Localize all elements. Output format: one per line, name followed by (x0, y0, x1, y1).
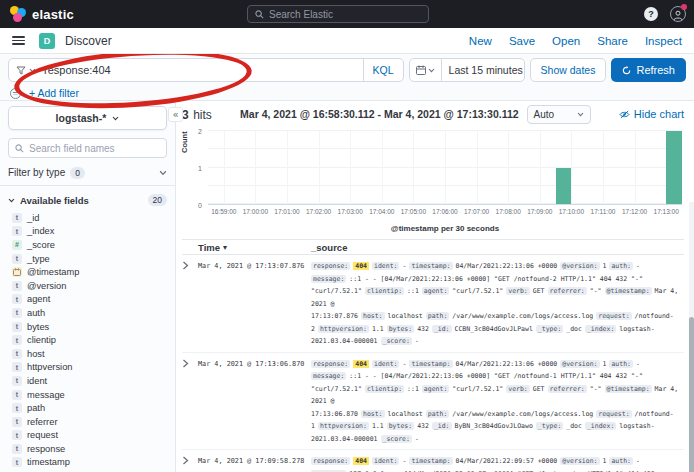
time-range-value[interactable]: Last 15 minutes (442, 64, 530, 76)
field-type-icon-string: t (12, 390, 22, 400)
available-fields-title: Available fields (20, 195, 89, 206)
doc-time: Mar 4, 2021 @ 17:09:58.278 (198, 455, 311, 472)
nav-action-inspect[interactable]: Inspect (645, 35, 682, 47)
expand-row-icon[interactable] (182, 456, 189, 465)
query-input[interactable]: response:404 KQL (8, 58, 404, 82)
chevron-down-icon (577, 112, 584, 117)
field-key-badge: verb: (506, 385, 530, 393)
elastic-brand[interactable]: elastic (10, 6, 74, 22)
saved-query-menu-icon[interactable] (16, 65, 26, 75)
scrollbar (689, 202, 694, 472)
field-item-request[interactable]: trequest (8, 429, 167, 443)
refresh-button[interactable]: Refresh (611, 58, 686, 82)
chevron-down-icon[interactable] (29, 68, 36, 73)
field-item-_score[interactable]: #_score (8, 238, 167, 252)
field-key-badge: auth: (609, 457, 633, 465)
gridline (603, 131, 604, 204)
column-header-source[interactable]: _source (311, 242, 347, 253)
field-key-badge: httpversion: (318, 325, 369, 333)
field-key-badge: _score: (381, 435, 412, 443)
available-fields-header[interactable]: Available fields 20 (8, 194, 167, 206)
hide-chart-button[interactable]: Hide chart (619, 108, 684, 120)
query-language-button[interactable]: KQL (363, 59, 403, 81)
interval-select[interactable]: Auto (527, 105, 591, 124)
eye-slash-icon (619, 110, 630, 119)
nav-action-share[interactable]: Share (597, 35, 628, 47)
field-key-badge: path: (426, 410, 450, 418)
field-key-badge: timestamp: (409, 262, 452, 270)
column-header-time[interactable]: Time ▾ (198, 242, 311, 253)
field-item-_id[interactable]: t_id (8, 211, 167, 225)
field-value: GET (533, 287, 545, 295)
query-bar: response:404 KQL Last 15 minutes Show da… (0, 54, 694, 101)
field-type-icon-string: t (12, 322, 22, 332)
app-nav-bar: D Discover NewSaveOpenShareInspect (0, 28, 694, 54)
x-tick-label: 17:01:00 (274, 208, 299, 215)
expand-row-icon[interactable] (182, 261, 189, 270)
field-key-badge: @timestamp: (605, 385, 652, 393)
field-item-@timestamp[interactable]: @timestamp (8, 265, 167, 279)
histogram-bar[interactable] (556, 168, 572, 205)
field-value: 432 (417, 422, 429, 430)
expand-row-icon[interactable] (182, 359, 189, 368)
user-avatar[interactable] (670, 6, 686, 22)
field-item-response[interactable]: tresponse (8, 442, 167, 456)
x-tick-label: 17:03:00 (338, 208, 363, 215)
chevron-down-icon (428, 68, 435, 73)
field-item-clientip[interactable]: tclientip (8, 333, 167, 347)
field-item-_index[interactable]: t_index (8, 225, 167, 239)
collapse-sidebar-icon[interactable]: « (168, 107, 183, 122)
query-text[interactable]: response:404 (44, 64, 363, 76)
field-value: ByBN_3cB04dGovJLOawo (455, 422, 533, 430)
field-item-ident[interactable]: tident (8, 374, 167, 388)
field-key-badge: _score: (381, 337, 412, 345)
field-search-input[interactable]: Search field names (8, 138, 167, 158)
field-key-badge: request: (596, 312, 631, 320)
show-dates-button[interactable]: Show dates (530, 58, 607, 82)
field-key-badge: request: (596, 410, 631, 418)
menu-icon[interactable] (12, 36, 25, 45)
field-item-timestamp[interactable]: ttimestamp (8, 456, 167, 470)
field-value: _doc (566, 325, 582, 333)
field-value: "curl/7.52.1" (452, 287, 503, 295)
field-item-message[interactable]: tmessage (8, 388, 167, 402)
field-value: 1 (603, 457, 607, 465)
field-key-badge: _type: (536, 325, 563, 333)
filter-by-type[interactable]: Filter by type 0 (0, 164, 175, 186)
global-search-input[interactable]: Search Elastic (247, 5, 429, 23)
histogram-chart: Count 012 16:59:0017:00:0017:01:0017:02:… (182, 129, 684, 235)
field-item-referrer[interactable]: treferrer (8, 415, 167, 429)
histogram-bar[interactable] (666, 131, 682, 204)
discover-app-badge[interactable]: D (39, 33, 55, 49)
field-value: 1 (603, 360, 607, 368)
y-tick-label: 2 (198, 128, 202, 135)
nav-action-open[interactable]: Open (552, 35, 580, 47)
field-key-badge: response: (311, 457, 350, 465)
field-item-_type[interactable]: t_type (8, 252, 167, 266)
nav-action-save[interactable]: Save (509, 35, 535, 47)
field-value: /var/www/example.com/logs/access.log (452, 312, 593, 320)
table-row: Mar 4, 2021 @ 17:13:06.870response:404id… (182, 353, 684, 451)
add-filter-button[interactable]: + Add filter (29, 87, 79, 99)
field-item-@version[interactable]: t@version (8, 279, 167, 293)
table-header: Time ▾ _source (182, 239, 684, 255)
field-item-httpversion[interactable]: thttpversion (8, 361, 167, 375)
field-item-bytes[interactable]: tbytes (8, 320, 167, 334)
scrollbar-thumb[interactable] (689, 317, 694, 472)
global-search-placeholder: Search Elastic (269, 9, 333, 20)
index-pattern-selector[interactable]: logstash-* (8, 106, 167, 130)
field-key-badge: ident: (372, 262, 399, 270)
filter-options-icon[interactable] (10, 88, 21, 99)
chevron-down-icon (8, 198, 15, 203)
field-type-icon-string: t (12, 281, 22, 291)
field-item-agent[interactable]: tagent (8, 293, 167, 307)
field-item-host[interactable]: thost (8, 347, 167, 361)
doc-time: Mar 4, 2021 @ 17:13:06.870 (198, 358, 311, 446)
help-icon[interactable]: ? (644, 7, 658, 21)
sort-descending-icon[interactable]: ▾ (223, 243, 227, 252)
nav-action-new[interactable]: New (469, 35, 492, 47)
date-picker-toggle[interactable] (410, 59, 442, 81)
field-item-auth[interactable]: tauth (8, 306, 167, 320)
field-item-path[interactable]: tpath (8, 401, 167, 415)
chart-time-range: Mar 4, 2021 @ 16:58:30.112 - Mar 4, 2021… (240, 108, 519, 120)
